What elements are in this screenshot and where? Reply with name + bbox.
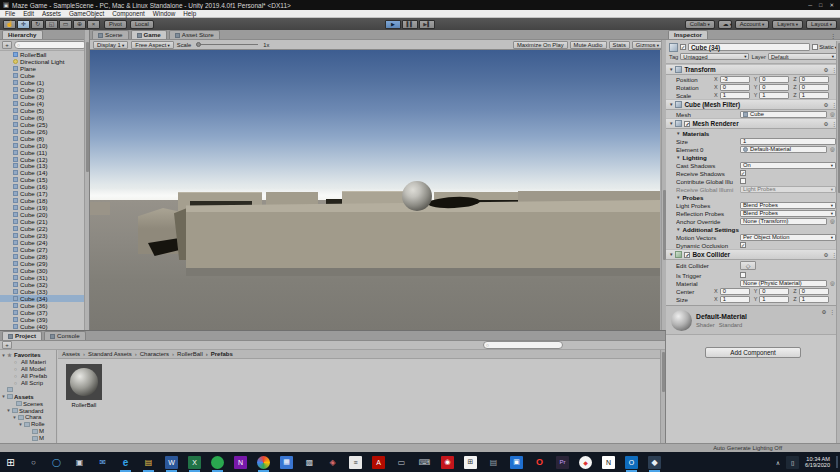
hierarchy-item[interactable]: Cube (40) [0, 323, 89, 330]
hierarchy-item[interactable]: Cube (23) [0, 232, 89, 239]
inspector-scrollbar[interactable] [836, 41, 840, 443]
tab-hierarchy[interactable]: Hierarchy [2, 30, 43, 39]
taskbar-icon[interactable]: ▣ [510, 456, 523, 469]
window-control-button[interactable]: ✕ [829, 2, 834, 8]
layout-button[interactable]: Layout [806, 20, 837, 29]
hierarchy-item[interactable]: Cube (15) [0, 176, 89, 183]
component-enabled-checkbox[interactable] [684, 252, 690, 258]
hierarchy-item[interactable]: Directional Light [0, 58, 89, 65]
hierarchy-item[interactable]: Cube (11) [0, 149, 89, 156]
mesh-object-field[interactable]: Cube [740, 111, 827, 118]
hierarchy-item[interactable]: Cube (1) [0, 79, 89, 86]
foldout-icon[interactable]: ▼ [669, 252, 673, 257]
tool-button[interactable]: ⊕ [73, 20, 86, 29]
probes-foldout[interactable]: ▼Probes [666, 193, 840, 201]
taskbar-icon[interactable]: N [602, 456, 615, 469]
taskbar-icon[interactable] [257, 456, 270, 469]
create-asset-button[interactable]: + [2, 341, 12, 349]
tool-button[interactable]: ☝ [3, 20, 16, 29]
z-field[interactable]: 0 [799, 84, 829, 91]
project-tree-item[interactable]: ▼ Standard [0, 407, 56, 414]
tool-button[interactable]: ↻ [31, 20, 44, 29]
mesh-renderer-header[interactable]: ▼ Mesh Renderer ⚙⋮ [666, 118, 840, 129]
taskbar-icon[interactable]: N [234, 456, 247, 469]
x-field[interactable]: 0 [720, 84, 750, 91]
hierarchy-item[interactable]: Cube (33) [0, 288, 89, 295]
gear-icon[interactable]: ⚙ [824, 67, 829, 73]
x-field[interactable]: 1 [720, 296, 750, 303]
hierarchy-item[interactable]: Cube (5) [0, 107, 89, 114]
window-control-button[interactable]: □ [819, 2, 822, 8]
object-picker-icon[interactable]: ◎ [829, 280, 836, 286]
edit-collider-button[interactable]: ◇ [740, 261, 756, 270]
hierarchy-item[interactable]: Cube (10) [0, 142, 89, 149]
breadcrumb-item[interactable]: Characters [132, 351, 169, 357]
view-tab[interactable]: Game [131, 30, 167, 39]
hierarchy-item[interactable]: Cube (3) [0, 93, 89, 100]
project-tree-item[interactable]: All Prefab [0, 373, 56, 380]
project-tree-item[interactable]: ▼ Favorites [0, 352, 56, 359]
menu-item[interactable]: GameObject [69, 10, 104, 17]
object-picker-icon[interactable]: ◎ [829, 146, 836, 152]
project-tree-item[interactable]: ▼ Assets [0, 393, 56, 400]
z-field[interactable]: 0 [799, 288, 829, 295]
project-tree-item[interactable]: ▼ Rolle [0, 421, 56, 428]
menu-item[interactable]: Help [183, 10, 196, 17]
static-dropdown[interactable]: Static ▾ [812, 44, 837, 50]
hierarchy-item[interactable]: Cube (6) [0, 114, 89, 121]
gear-icon[interactable]: ⚙ [824, 121, 829, 127]
taskbar-icon[interactable]: O [625, 456, 638, 469]
view-tab[interactable]: Asset Store [169, 30, 220, 39]
receive-shadows-checkbox[interactable] [740, 170, 746, 176]
x-field[interactable]: 0 [720, 288, 750, 295]
breadcrumb-item[interactable]: Assets [62, 351, 80, 357]
additional-settings-foldout[interactable]: ▼Additional Settings [666, 225, 840, 233]
taskbar-icon[interactable]: W [165, 456, 178, 469]
hierarchy-item[interactable]: Cube (4) [0, 100, 89, 107]
fold-arrow-icon[interactable]: ▼ [18, 422, 23, 427]
is-trigger-checkbox[interactable] [740, 272, 746, 278]
taskbar-icon[interactable]: ▩ [303, 456, 316, 469]
gear-icon[interactable]: ⚙ [824, 102, 829, 108]
project-tab[interactable]: Project [2, 331, 42, 340]
hierarchy-search-input[interactable]: ○ [14, 41, 87, 49]
object-picker-icon[interactable]: ◎ [829, 218, 836, 224]
dynamic-occlusion-checkbox[interactable] [740, 242, 746, 248]
tool-button[interactable]: ✛ [17, 20, 30, 29]
tray-app-icon[interactable]: ▯ [786, 456, 799, 469]
hierarchy-item[interactable]: Cube (32) [0, 281, 89, 288]
object-picker-icon[interactable]: ◎ [829, 111, 836, 117]
project-tab[interactable]: Console [44, 331, 86, 340]
lighting-foldout[interactable]: ▼Lighting [666, 153, 840, 161]
create-object-button[interactable]: + [2, 41, 12, 49]
hierarchy-item[interactable]: Cube (8) [0, 135, 89, 142]
fold-arrow-icon[interactable]: ▼ [6, 408, 11, 413]
project-tree-item[interactable]: All Materi [0, 359, 56, 366]
foldout-icon[interactable]: ▼ [669, 102, 673, 107]
project-tree-item[interactable]: Scenes [0, 400, 56, 407]
menu-item[interactable]: Edit [23, 10, 34, 17]
hierarchy-item[interactable]: Cube (36) [0, 302, 89, 309]
taskbar-icon[interactable]: ◆ [648, 456, 661, 469]
hierarchy-item[interactable]: Cube (2) [0, 86, 89, 93]
gear-icon[interactable]: ⚙ [824, 252, 829, 258]
z-field[interactable]: 1 [799, 296, 829, 303]
hierarchy-scrollbar[interactable] [84, 30, 89, 330]
hierarchy-item[interactable]: Cube (21) [0, 218, 89, 225]
taskbar-clock[interactable]: 10:34 AM 6/19/2020 [805, 456, 830, 469]
hierarchy-item[interactable]: Cube (29) [0, 260, 89, 267]
project-tree-item[interactable]: All Scrip [0, 380, 56, 387]
game-toolbar-button[interactable]: Gizmos [632, 41, 663, 49]
project-tree-item[interactable]: M [0, 428, 56, 435]
game-toolbar-button[interactable]: Mute Audio [570, 41, 607, 49]
layer-dropdown[interactable]: Default [768, 53, 837, 60]
taskbar-icon[interactable]: ◉ [441, 456, 454, 469]
pivot-toggle[interactable]: Pivot [104, 20, 127, 29]
taskbar-icon[interactable]: ✉ [96, 456, 109, 469]
y-field[interactable]: 1 [759, 92, 789, 99]
cloud-icon[interactable]: ☁ [718, 20, 732, 29]
hierarchy-item[interactable]: RollerBall [0, 51, 89, 58]
hierarchy-item[interactable]: Cube (14) [0, 169, 89, 176]
hierarchy-item[interactable]: Cube (27) [0, 246, 89, 253]
auto-generate-lighting-status[interactable]: Auto Generate Lighting Off [713, 445, 782, 451]
